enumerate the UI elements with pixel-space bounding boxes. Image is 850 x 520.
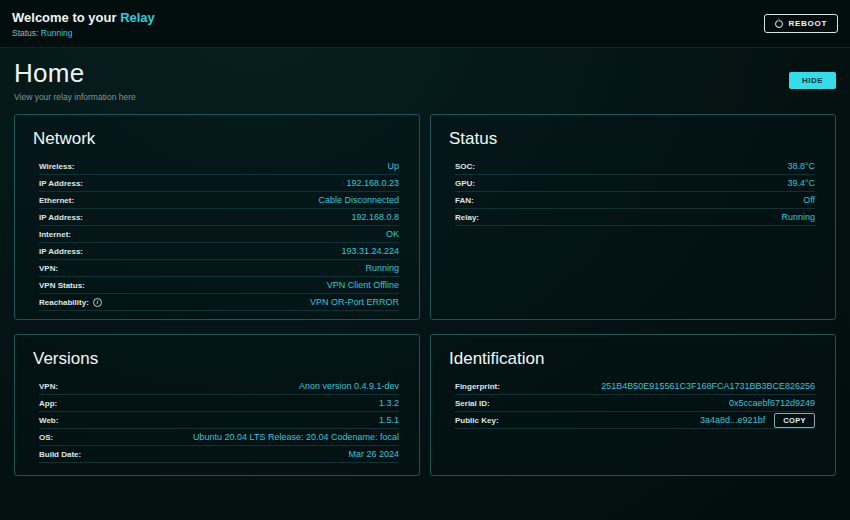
identification-panel-title: Identification [449, 349, 817, 369]
status-label: Status: [12, 28, 41, 38]
row-label: GPU: [455, 179, 475, 188]
row-value: 1.3.2 [379, 398, 399, 408]
page-subtitle: View your relay information here [14, 92, 136, 102]
row-label: FAN: [455, 196, 474, 205]
row-value: VPN Client Offline [327, 280, 399, 290]
versions-row-os: OS: Ubuntu 20.04 LTS Release: 20.04 Code… [39, 429, 399, 446]
status-row-soc: SOC: 38.8°C [455, 158, 815, 175]
status-row-gpu: GPU: 39.4°C [455, 175, 815, 192]
brand-name: Relay [120, 10, 155, 25]
reboot-button-label: REBOOT [789, 19, 827, 28]
reboot-button[interactable]: REBOOT [764, 14, 838, 33]
network-row-vpn: VPN: Running [39, 260, 399, 277]
row-value: 0x5ccaebf6712d9249 [729, 398, 815, 408]
row-value: Ubuntu 20.04 LTS Release: 20.04 Codename… [193, 432, 399, 442]
status-row-fan: FAN: Off [455, 192, 815, 209]
row-value: 38.8°C [787, 161, 815, 171]
row-label: Reachability: [39, 298, 102, 307]
page-title: Home [14, 58, 136, 89]
versions-row-build-date: Build Date: Mar 26 2024 [39, 446, 399, 463]
relay-status-line: Status: Running [12, 28, 155, 38]
row-label: Web: [39, 416, 58, 425]
welcome-prefix: Welcome to your [12, 10, 120, 25]
public-key-cell: 3a4a8d...e921bf COPY [700, 413, 815, 428]
hide-button[interactable]: HIDE [789, 72, 836, 89]
network-row-reachability: Reachability: VPN OR-Port ERROR [39, 294, 399, 311]
row-label: OS: [39, 433, 53, 442]
row-label: VPN: [39, 264, 58, 273]
row-label: IP Address: [39, 247, 83, 256]
row-value: 251B4B50E915561C3F168FCA1731BB3BCE826256 [601, 381, 815, 391]
row-label: Relay: [455, 213, 479, 222]
status-row-relay: Relay: Running [455, 209, 815, 226]
identification-row-fingerprint: Fingerprint: 251B4B50E915561C3F168FCA173… [455, 378, 815, 395]
row-label: Serial ID: [455, 399, 490, 408]
status-value: Running [41, 28, 73, 38]
main-content: Home View your relay information here HI… [0, 48, 850, 476]
row-label: Ethernet: [39, 196, 74, 205]
row-label: App: [39, 399, 57, 408]
network-row-wireless-ip: IP Address: 192.168.0.23 [39, 175, 399, 192]
row-value: 3a4a8d...e921bf [700, 415, 765, 425]
row-label: Internet: [39, 230, 71, 239]
row-value: 1.5.1 [379, 415, 399, 425]
network-row-internet-ip: IP Address: 193.31.24.224 [39, 243, 399, 260]
network-row-vpn-status: VPN Status: VPN Client Offline [39, 277, 399, 294]
row-value: Up [387, 161, 399, 171]
row-label-text: Reachability: [39, 298, 89, 307]
status-rows: SOC: 38.8°C GPU: 39.4°C FAN: Off Relay: … [449, 158, 817, 226]
row-value: 39.4°C [787, 178, 815, 188]
identification-rows: Fingerprint: 251B4B50E915561C3F168FCA173… [449, 378, 817, 429]
row-value: 192.168.0.23 [346, 178, 399, 188]
network-panel-title: Network [33, 129, 401, 149]
page-heading-block: Home View your relay information here [14, 58, 136, 102]
row-label: VPN Status: [39, 281, 85, 290]
versions-row-app: App: 1.3.2 [39, 395, 399, 412]
row-value: Off [803, 195, 815, 205]
row-label: Public Key: [455, 416, 499, 425]
row-label: IP Address: [39, 179, 83, 188]
versions-rows: VPN: Anon version 0.4.9.1-dev App: 1.3.2… [33, 378, 401, 463]
versions-row-web: Web: 1.5.1 [39, 412, 399, 429]
identification-panel: Identification Fingerprint: 251B4B50E915… [430, 334, 836, 476]
row-value: 192.168.0.8 [351, 212, 399, 222]
network-rows: Wireless: Up IP Address: 192.168.0.23 Et… [33, 158, 401, 311]
top-header: Welcome to your Relay Status: Running RE… [0, 0, 850, 48]
header-left: Welcome to your Relay Status: Running [12, 10, 155, 38]
network-row-ethernet: Ethernet: Cable Disconnected [39, 192, 399, 209]
page-header-row: Home View your relay information here HI… [14, 58, 836, 102]
versions-row-vpn: VPN: Anon version 0.4.9.1-dev [39, 378, 399, 395]
network-row-internet: Internet: OK [39, 226, 399, 243]
versions-panel-title: Versions [33, 349, 401, 369]
welcome-title: Welcome to your Relay [12, 10, 155, 25]
row-label: IP Address: [39, 213, 83, 222]
status-panel: Status SOC: 38.8°C GPU: 39.4°C FAN: Off … [430, 114, 836, 320]
panels-grid: Network Wireless: Up IP Address: 192.168… [14, 114, 836, 476]
network-panel: Network Wireless: Up IP Address: 192.168… [14, 114, 420, 320]
versions-panel: Versions VPN: Anon version 0.4.9.1-dev A… [14, 334, 420, 476]
row-value: 193.31.24.224 [341, 246, 399, 256]
power-icon [775, 20, 783, 28]
identification-row-serial-id: Serial ID: 0x5ccaebf6712d9249 [455, 395, 815, 412]
row-label: SOC: [455, 162, 475, 171]
info-icon[interactable] [93, 298, 102, 307]
row-value: Running [365, 263, 399, 273]
network-row-wireless: Wireless: Up [39, 158, 399, 175]
network-row-ethernet-ip: IP Address: 192.168.0.8 [39, 209, 399, 226]
row-value: OK [386, 229, 399, 239]
row-value: Cable Disconnected [318, 195, 399, 205]
row-value: Mar 26 2024 [348, 449, 399, 459]
row-value: Running [781, 212, 815, 222]
identification-row-public-key: Public Key: 3a4a8d...e921bf COPY [455, 412, 815, 429]
row-label: Build Date: [39, 450, 81, 459]
row-label: VPN: [39, 382, 58, 391]
copy-button[interactable]: COPY [774, 413, 815, 428]
status-panel-title: Status [449, 129, 817, 149]
row-label: Fingerprint: [455, 382, 500, 391]
row-label: Wireless: [39, 162, 75, 171]
row-value: Anon version 0.4.9.1-dev [299, 381, 399, 391]
row-value: VPN OR-Port ERROR [310, 297, 399, 307]
